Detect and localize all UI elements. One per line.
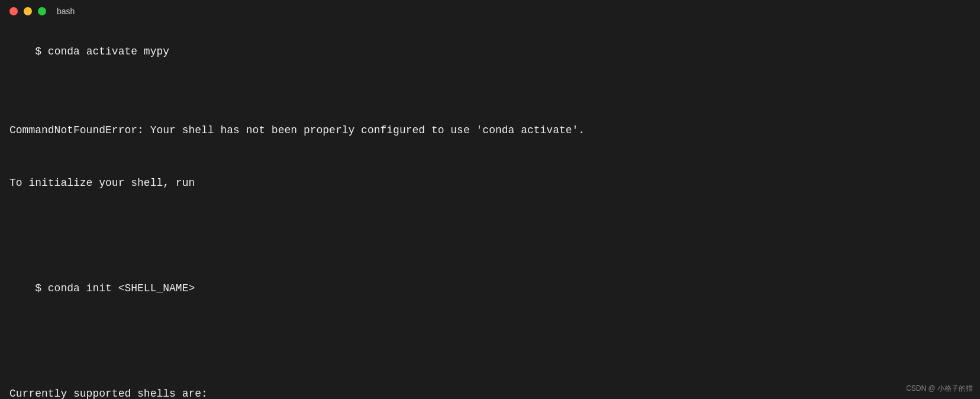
watermark: CSDN @ 小格子的猫	[906, 383, 973, 394]
terminal-output: CommandNotFoundError: Your shell has not…	[9, 87, 971, 399]
close-button[interactable]	[9, 7, 18, 15]
error-line-2: To initialize your shell, run	[9, 175, 971, 192]
error-line-1: CommandNotFoundError: Your shell has not…	[9, 122, 971, 140]
command-text: conda activate mypy	[48, 46, 169, 57]
minimize-button[interactable]	[24, 7, 32, 15]
blank-line-2	[9, 333, 971, 350]
maximize-button[interactable]	[38, 7, 46, 15]
prompt-line: $ conda activate mypy	[9, 26, 971, 77]
supported-header: Currently supported shells are:	[9, 385, 971, 399]
terminal-window: bash $ conda activate mypy CommandNotFou…	[0, 0, 980, 399]
prompt-symbol: $	[35, 46, 48, 57]
terminal-title: bash	[57, 5, 75, 18]
command-example: $ conda init <SHELL_NAME>	[9, 280, 971, 298]
title-bar: bash	[9, 5, 971, 20]
blank-line-1	[9, 227, 971, 245]
